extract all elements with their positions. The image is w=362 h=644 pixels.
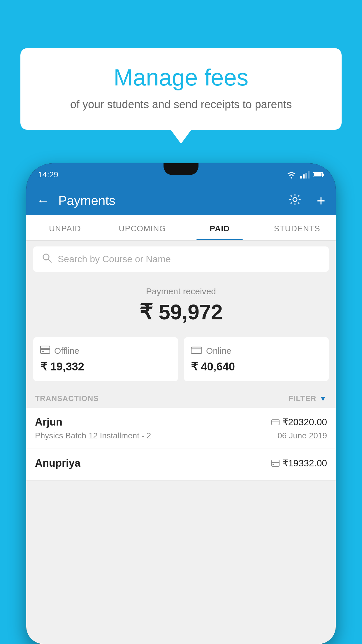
svg-rect-12: [41, 348, 50, 350]
wifi-icon: [286, 171, 297, 178]
signal-icon: [300, 171, 310, 178]
tabs-bar: UNPAID UPCOMING PAID STUDENTS: [26, 215, 336, 241]
svg-line-10: [48, 259, 51, 262]
svg-rect-17: [272, 462, 279, 463]
transaction-top: Arjun ₹20320.00: [35, 416, 327, 428]
svg-rect-4: [308, 171, 310, 178]
header-title: Payments: [58, 193, 280, 208]
search-icon: [42, 253, 52, 265]
transactions-header: TRANSACTIONS FILTER ▼: [26, 387, 336, 408]
svg-rect-6: [323, 174, 324, 176]
payment-received-amount: ₹ 59,972: [26, 300, 336, 324]
search-placeholder: Search by Course or Name: [58, 254, 171, 265]
table-row[interactable]: Anupriya ₹19332.00: [26, 449, 336, 481]
svg-rect-1: [300, 176, 302, 178]
svg-rect-3: [305, 173, 307, 178]
svg-point-8: [293, 197, 297, 202]
filter-button[interactable]: FILTER ▼: [289, 394, 327, 403]
svg-rect-7: [314, 173, 321, 176]
payment-cards: Offline ₹ 19,332 Online ₹ 40,640: [26, 331, 336, 387]
filter-icon: ▼: [319, 394, 327, 403]
settings-button[interactable]: [289, 193, 301, 208]
status-time: 14:29: [38, 170, 58, 179]
table-row[interactable]: Arjun ₹20320.00 Physics Batch 12 Install…: [26, 408, 336, 449]
phone-notch: [164, 163, 198, 175]
transactions-label: TRANSACTIONS: [35, 394, 99, 403]
svg-rect-2: [303, 174, 305, 178]
online-card-header: Online: [191, 345, 322, 356]
transaction-amount-2: ₹19332.00: [271, 458, 327, 469]
speech-bubble: Manage fees of your students and send re…: [20, 48, 342, 130]
payment-received-section: Payment received ₹ 59,972: [26, 278, 336, 331]
back-button[interactable]: ←: [37, 193, 50, 208]
svg-rect-15: [272, 420, 279, 425]
offline-payment-icon: [271, 460, 280, 467]
tab-paid[interactable]: PAID: [181, 215, 259, 240]
offline-icon: [40, 345, 50, 356]
tab-students[interactable]: STUDENTS: [259, 215, 336, 240]
offline-card-header: Offline: [40, 345, 171, 356]
online-label: Online: [206, 346, 231, 356]
phone-frame: 14:29 ←: [26, 163, 336, 644]
app-header: ← Payments +: [26, 186, 336, 215]
tab-unpaid[interactable]: UNPAID: [26, 215, 104, 240]
online-card: Online ₹ 40,640: [184, 337, 329, 381]
search-bar[interactable]: Search by Course or Name: [33, 246, 329, 272]
transaction-name-2: Anupriya: [35, 457, 80, 469]
transaction-name: Arjun: [35, 416, 62, 428]
online-amount: ₹ 40,640: [191, 360, 322, 373]
offline-card: Offline ₹ 19,332: [33, 337, 178, 381]
status-bar: 14:29: [26, 163, 336, 186]
offline-label: Offline: [54, 346, 79, 356]
add-button[interactable]: +: [317, 192, 325, 209]
transaction-top-2: Anupriya ₹19332.00: [35, 457, 327, 469]
payment-received-label: Payment received: [26, 286, 336, 296]
svg-point-0: [291, 177, 292, 178]
bubble-title: Manage fees: [38, 64, 324, 91]
online-icon: [191, 345, 202, 356]
svg-rect-13: [42, 351, 44, 352]
tab-upcoming[interactable]: UPCOMING: [104, 215, 181, 240]
online-payment-icon: [271, 419, 280, 425]
bubble-subtitle: of your students and send receipts to pa…: [38, 97, 324, 112]
svg-rect-18: [273, 464, 274, 465]
transaction-bottom: Physics Batch 12 Installment - 2 06 June…: [35, 431, 327, 440]
battery-icon: [313, 172, 324, 178]
offline-amount: ₹ 19,332: [40, 360, 171, 373]
transaction-detail: Physics Batch 12 Installment - 2: [35, 431, 151, 440]
transaction-date: 06 June 2019: [277, 431, 327, 440]
transaction-amount: ₹20320.00: [271, 416, 327, 428]
status-icons: [286, 171, 324, 178]
phone-screen: UNPAID UPCOMING PAID STUDENTS Search by …: [26, 215, 336, 644]
svg-rect-14: [191, 347, 202, 354]
